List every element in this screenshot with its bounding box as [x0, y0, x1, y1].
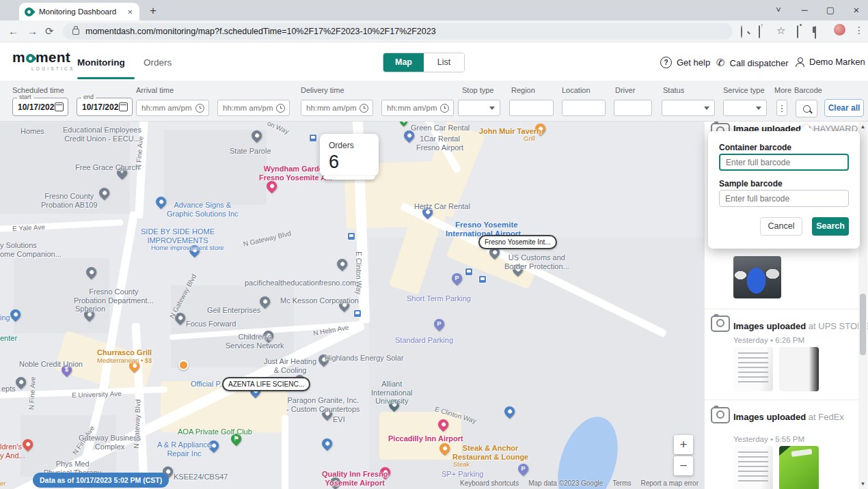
side-panel-icon[interactable] — [815, 27, 816, 39]
url-field[interactable]: momentdash.com/monitoring/map?f.schedule… — [63, 23, 733, 40]
sample-barcode-label: Sample barcode — [719, 179, 783, 188]
photo-thumbnail[interactable] — [733, 446, 773, 489]
scheduled-start-value[interactable] — [18, 102, 55, 112]
bus-stop-icon[interactable] — [353, 309, 362, 318]
tab-close-icon[interactable]: × — [126, 7, 134, 17]
photo-thumbnail[interactable] — [779, 446, 819, 489]
scrollbar-thumb[interactable] — [860, 294, 866, 355]
window-minimize-button[interactable]: ─ — [794, 1, 815, 19]
status-select[interactable] — [662, 100, 715, 116]
clock-icon[interactable] — [195, 104, 204, 113]
user-menu[interactable]: Demo Marken — [795, 57, 865, 67]
scheduled-start-date-input[interactable]: start — [12, 98, 68, 116]
map-pin-parkP[interactable]: P — [432, 317, 446, 331]
map-pin-greenSmall[interactable] — [398, 122, 409, 126]
extensions-puzzle-icon[interactable] — [797, 26, 798, 38]
keyboard-shortcuts-link[interactable]: Keyboard shortcuts — [460, 479, 519, 487]
arrival-start-time-input[interactable] — [136, 100, 209, 116]
toggle-list-button[interactable]: List — [424, 53, 464, 72]
share-icon[interactable] — [759, 26, 760, 38]
feed-entry-title: Images uploaded at FedEx — [733, 412, 844, 422]
region-value[interactable] — [515, 104, 553, 112]
clock-icon[interactable] — [440, 104, 449, 113]
arrival-end-value[interactable] — [223, 104, 276, 112]
map-pin-parkP[interactable]: P — [450, 271, 464, 285]
page-zoom-icon[interactable] — [741, 26, 742, 38]
photo-thumbnail[interactable] — [779, 347, 819, 391]
new-tab-button[interactable]: + — [145, 3, 161, 20]
toggle-map-button[interactable]: Map — [383, 53, 424, 72]
order-marker-pill[interactable]: AZENTA LIFE SCIENC... — [222, 377, 310, 391]
moment-logistics-logo[interactable]: mment LOGISTICS — [12, 49, 74, 71]
nav-tab-orders[interactable]: Orders — [144, 57, 172, 68]
bus-stop-icon[interactable] — [347, 232, 355, 240]
forward-icon[interactable]: → — [27, 25, 38, 37]
profile-avatar[interactable] — [834, 24, 845, 38]
map-zoom-in-button[interactable]: + — [674, 435, 693, 454]
map-zoom-out-button[interactable]: − — [674, 456, 693, 475]
map-pin-blue[interactable] — [320, 436, 334, 451]
arrival-end-time-input[interactable] — [217, 100, 290, 116]
more-filters-kebab-button[interactable]: ⋮ — [776, 100, 787, 116]
browser-tab[interactable]: Monitoring Dashboard × — [19, 3, 139, 20]
monitoring-dashboard-window: Monitoring Dashboard × + ˅ ─ ▢ × ← → ⟳ m… — [0, 0, 868, 489]
clock-icon[interactable] — [360, 104, 368, 113]
photo-thumbnail[interactable] — [733, 347, 773, 391]
orders-cluster-card[interactable]: Orders 6 — [320, 134, 379, 176]
window-maximize-button[interactable]: ▢ — [820, 1, 841, 19]
driver-input[interactable] — [614, 100, 652, 116]
map-pin-gray[interactable] — [14, 375, 28, 389]
sample-barcode-input[interactable] — [719, 190, 849, 207]
nav-tab-monitoring[interactable]: Monitoring — [77, 57, 125, 68]
call-dispatcher-link[interactable]: ✆Call dispatcher — [716, 57, 789, 69]
container-barcode-input[interactable] — [719, 154, 849, 171]
delivery-start-value[interactable] — [306, 104, 360, 112]
bus-stop-icon[interactable] — [478, 275, 487, 283]
stop-type-select[interactable] — [458, 100, 500, 116]
reload-icon[interactable]: ⟳ — [45, 25, 54, 38]
order-marker-pill[interactable]: Fresno Yosemite Int... — [478, 235, 557, 249]
get-help-link[interactable]: ?Get help — [660, 57, 710, 68]
terms-link[interactable]: Terms — [612, 479, 631, 487]
map-poi-label: Grill — [524, 135, 535, 143]
browser-menu-kebab-icon[interactable]: ⋮ — [854, 25, 864, 36]
bookmark-star-icon[interactable]: ☆ — [776, 25, 785, 37]
delivery-end-value[interactable] — [387, 104, 440, 112]
location-input[interactable] — [562, 100, 606, 116]
scheduled-end-date-input[interactable]: end — [77, 98, 133, 116]
scheduled-end-value[interactable] — [82, 102, 119, 112]
service-type-select[interactable] — [723, 100, 767, 116]
search-button[interactable]: Search — [812, 217, 849, 236]
map-poi-label: Alliant International University — [371, 380, 413, 406]
map-canvas[interactable]: N Fine AveN Fine AveN Fine AveE Yale Ave… — [0, 122, 704, 489]
calendar-icon[interactable] — [55, 102, 64, 111]
driver-value[interactable] — [619, 104, 651, 112]
bus-stop-icon[interactable] — [465, 268, 473, 276]
calendar-icon[interactable] — [119, 102, 128, 111]
region-input[interactable] — [509, 100, 554, 116]
bus-stop-icon[interactable] — [309, 134, 317, 142]
scroll-up-icon[interactable]: ▲ — [860, 124, 866, 130]
container-barcode-label: Container barcode — [719, 143, 791, 152]
clock-icon[interactable] — [276, 104, 285, 113]
window-close-button[interactable]: × — [846, 1, 867, 19]
arrival-start-value[interactable] — [141, 104, 195, 112]
tab-search-icon[interactable]: ˅ — [768, 1, 789, 19]
delivery-start-time-input[interactable] — [301, 100, 373, 116]
barcode-search-button[interactable] — [796, 100, 817, 117]
map-pin-parkP[interactable]: P — [516, 462, 530, 476]
map-pin-gray[interactable] — [335, 257, 349, 271]
back-icon[interactable]: ← — [8, 25, 18, 37]
location-value[interactable] — [567, 104, 605, 112]
filter-label-delivery-time: Delivery time — [301, 86, 344, 94]
clear-all-filters-button[interactable]: Clear all — [824, 99, 864, 117]
chevron-down-icon — [756, 107, 761, 110]
delivery-end-time-input[interactable] — [381, 100, 454, 116]
report-map-error-link[interactable]: Report a map error — [641, 479, 699, 487]
cancel-button[interactable]: Cancel — [760, 217, 802, 236]
scroll-down-icon[interactable]: ▼ — [860, 481, 866, 487]
map-pin-dotOrange[interactable] — [178, 360, 189, 370]
photo-thumbnail[interactable] — [733, 256, 781, 298]
data-freshness-chip: Data as of 10/17/2023 5:02 PM (CST) — [33, 473, 169, 488]
site-favicon-pin-icon — [23, 5, 35, 18]
